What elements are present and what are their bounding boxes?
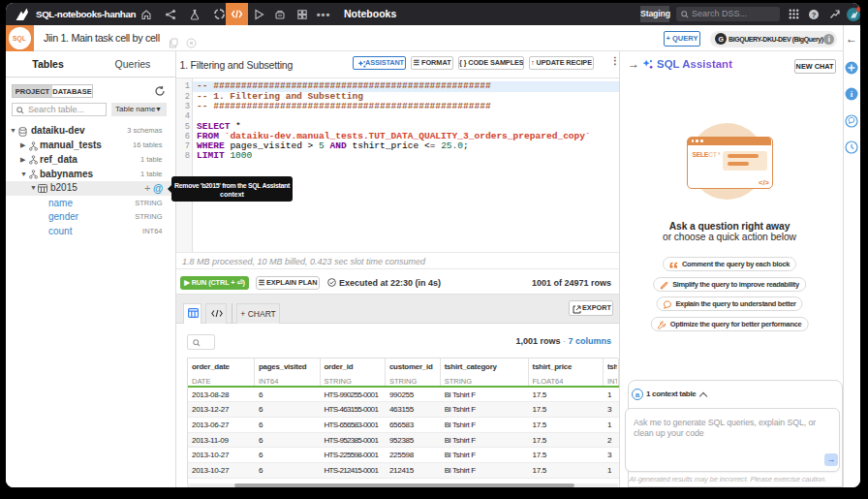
svg-text:?: ? xyxy=(812,10,817,18)
